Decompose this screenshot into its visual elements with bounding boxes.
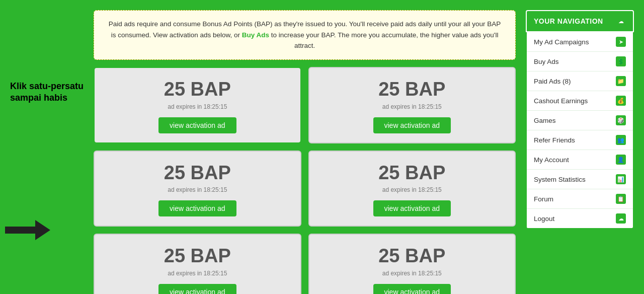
ad-expires-0: ad expires in 18:25:15 (168, 103, 227, 110)
nav-item-label-3: Cashout Earnings (534, 97, 616, 105)
content-area: Paid ads require and consume Bonus Ad Po… (94, 10, 516, 294)
ad-card-1: 25 BAP ad expires in 18:25:15 view activ… (308, 67, 516, 143)
nav-header-icon: ☁ (616, 16, 626, 26)
sidebar-item-buy-ads[interactable]: Buy Ads 💲 (527, 52, 633, 71)
ad-card-3: 25 BAP ad expires in 18:25:15 view activ… (308, 151, 516, 227)
nav-item-icon-6: 👤 (616, 155, 626, 165)
nav-item-label-6: My Account (534, 156, 616, 164)
nav-item-label-7: System Statistics (534, 176, 616, 183)
bap-amount-1: 25 BAP (378, 79, 445, 100)
sidebar-item-logout[interactable]: Logout ☁ (527, 209, 633, 228)
nav-item-icon-4: 🎲 (616, 115, 626, 125)
nav-body: My Ad Campaigns ➤ Buy Ads 💲 Paid Ads (8)… (526, 32, 634, 229)
bap-amount-5: 25 BAP (378, 246, 445, 267)
ad-card-0: 25 BAP ad expires in 18:25:15 view activ… (94, 67, 301, 143)
instruction-line1: Klik satu-persatu (10, 81, 84, 91)
sidebar-item-refer-friends[interactable]: Refer Friends 👥 (527, 130, 633, 150)
bap-amount-3: 25 BAP (378, 163, 445, 184)
info-box: Paid ads require and consume Bonus Ad Po… (94, 10, 516, 60)
nav-item-icon-5: 👥 (616, 135, 626, 145)
ad-card-4: 25 BAP ad expires in 18:25:15 view activ… (94, 234, 301, 294)
bap-amount-4: 25 BAP (164, 246, 231, 267)
buy-ads-link[interactable]: Buy Ads (242, 31, 269, 39)
instruction-label: Klik satu-persatu sampai habis (10, 10, 84, 240)
ad-expires-4: ad expires in 18:25:15 (168, 270, 227, 277)
nav-item-label-5: Refer Friends (534, 136, 616, 144)
view-activation-btn-3[interactable]: view activation ad (373, 200, 451, 216)
nav-item-icon-9: ☁ (616, 213, 626, 224)
ad-expires-1: ad expires in 18:25:15 (382, 103, 442, 110)
nav-item-icon-8: 📋 (616, 194, 626, 204)
ad-expires-3: ad expires in 18:25:15 (382, 186, 442, 193)
ads-grid: 25 BAP ad expires in 18:25:15 view activ… (94, 67, 516, 294)
view-activation-btn-5[interactable]: view activation ad (373, 284, 451, 294)
view-activation-btn-4[interactable]: view activation ad (158, 284, 236, 294)
nav-item-label-4: Games (534, 117, 616, 124)
view-activation-btn-2[interactable]: view activation ad (158, 200, 236, 216)
info-text2: to increase your BAP. The more you accum… (269, 31, 498, 50)
nav-title: YOUR NAVIGATION (534, 17, 603, 25)
nav-item-label-9: Logout (534, 215, 616, 223)
nav-item-label-2: Paid Ads (8) (534, 78, 616, 85)
sidebar-item-my-ad-campaigns[interactable]: My Ad Campaigns ➤ (527, 32, 633, 52)
sidebar-item-games[interactable]: Games 🎲 (527, 111, 633, 130)
ad-card-5: 25 BAP ad expires in 18:25:15 view activ… (308, 234, 516, 294)
sidebar-item-my-account[interactable]: My Account 👤 (527, 150, 633, 170)
arrow-icon (5, 220, 50, 240)
nav-header: YOUR NAVIGATION ☁ (526, 10, 634, 32)
nav-item-icon-1: 💲 (616, 56, 626, 66)
ad-expires-5: ad expires in 18:25:15 (382, 270, 442, 277)
sidebar-item-system-statistics[interactable]: System Statistics 📊 (527, 170, 633, 189)
ad-card-2: 25 BAP ad expires in 18:25:15 view activ… (94, 151, 301, 227)
nav-item-label-8: Forum (534, 195, 616, 203)
view-activation-btn-1[interactable]: view activation ad (373, 117, 451, 133)
nav-item-icon-2: 📁 (616, 76, 626, 86)
bap-amount-2: 25 BAP (164, 163, 231, 184)
nav-item-label-0: My Ad Campaigns (534, 38, 616, 46)
ad-expires-2: ad expires in 18:25:15 (168, 186, 227, 193)
sidebar: YOUR NAVIGATION ☁ My Ad Campaigns ➤ Buy … (526, 10, 634, 229)
nav-item-icon-3: 💰 (616, 96, 626, 106)
sidebar-item-paid-ads-(8)[interactable]: Paid Ads (8) 📁 (527, 71, 633, 91)
sidebar-item-forum[interactable]: Forum 📋 (527, 189, 633, 209)
nav-item-label-1: Buy Ads (534, 58, 616, 65)
nav-item-icon-7: 📊 (616, 174, 626, 184)
view-activation-btn-0[interactable]: view activation ad (158, 117, 236, 133)
bap-amount-0: 25 BAP (164, 79, 231, 100)
instruction-line2: sampai habis (10, 93, 67, 103)
nav-item-icon-0: ➤ (616, 37, 626, 47)
sidebar-item-cashout-earnings[interactable]: Cashout Earnings 💰 (527, 91, 633, 111)
